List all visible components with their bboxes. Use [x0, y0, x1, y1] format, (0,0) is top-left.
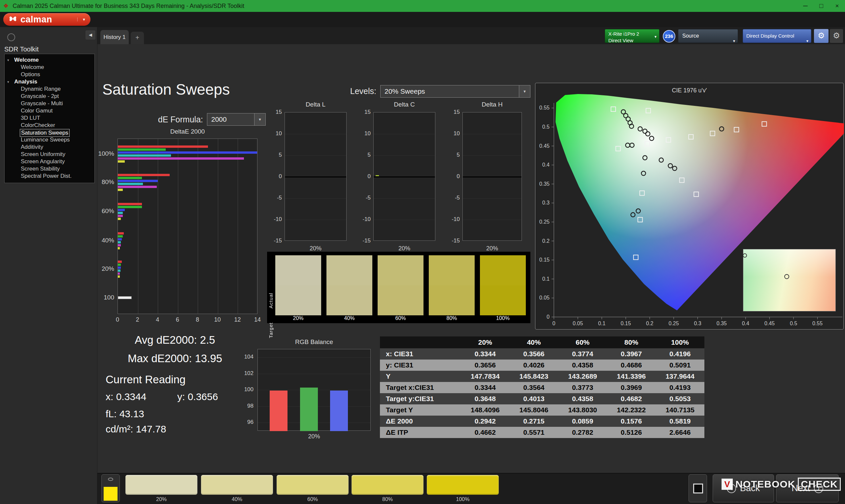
sidebar-item-analysis[interactable]: ▾Analysis [5, 78, 94, 86]
calman-menu-button[interactable]: calman ▼ [3, 13, 90, 26]
sweep-level-label: 80% [352, 496, 423, 503]
display-control-dropdown[interactable]: Direct Display Control ▼ [743, 29, 811, 43]
svg-text:0.4: 0.4 [742, 321, 749, 326]
deltae-group-label: 100 [85, 294, 114, 301]
sweep-level-label: 100% [427, 496, 499, 503]
row-label: y: CIE31 [380, 360, 461, 371]
deltae-x-tick: 8 [191, 316, 204, 323]
rgb-balance-xlabel: 20% [258, 433, 371, 440]
swatch-label: 60% [377, 315, 423, 322]
sidebar-item-3d-lut[interactable]: 3D LUT [5, 114, 94, 122]
minimize-button[interactable]: ─ [797, 0, 813, 12]
tree-label: Screen Angularity [20, 158, 66, 165]
delta-xlabel: 20% [284, 245, 347, 252]
bar-cyan [118, 155, 171, 157]
table-row-target-y: Target Y148.4096145.8046143.8030142.2322… [380, 404, 704, 416]
sidebar-item-screen-angularity[interactable]: Screen Angularity [5, 158, 94, 165]
rgb-y-tick: 96 [232, 418, 253, 426]
sidebar-item-grayscale-2pt[interactable]: Grayscale - 2pt [5, 93, 94, 100]
sidebar-item-grayscale-multi[interactable]: Grayscale - Multi [5, 100, 94, 107]
current-reading-y: y: 0.3656 [177, 391, 218, 402]
gridline [285, 155, 346, 156]
brand-menu-arrow-icon[interactable]: ▼ [77, 17, 86, 21]
app-settings-button[interactable]: ⚙ [830, 29, 843, 43]
svg-text:0.05: 0.05 [573, 321, 583, 326]
table-cell: 0.3566 [510, 348, 559, 360]
de-formula-label: dE Formula: [150, 115, 203, 124]
sweep-level-button-100[interactable] [427, 475, 499, 495]
row-label: Target y:CIE31 [380, 393, 461, 404]
tree-expand-icon[interactable]: ▾ [7, 78, 9, 86]
sidebar-item-welcome[interactable]: Welcome [5, 64, 94, 71]
display-settings-button[interactable]: ⚙ [814, 29, 828, 43]
bar-red [118, 232, 124, 235]
rgb-y-tick: 104 [232, 353, 253, 361]
sidebar-item-luminance-sweeps[interactable]: Luminance Sweeps [5, 136, 94, 143]
bar-yellow [118, 189, 123, 191]
measurement-table: 20%40%60%80%100%x: CIE310.33440.35660.37… [380, 337, 704, 438]
table-column-header: 80% [607, 337, 656, 348]
sweep-level-button-20[interactable] [125, 475, 197, 495]
bar-blue [118, 267, 121, 269]
sidebar-item-colorchecker[interactable]: ColorChecker [5, 122, 94, 129]
table-cell: 0.1576 [607, 416, 656, 427]
delta-chart-delta-l [284, 112, 347, 241]
tab-history-1[interactable]: History 1 [100, 30, 129, 44]
sidebar-collapse-button[interactable]: ◀ [86, 30, 95, 40]
row-label: x: CIE31 [380, 348, 461, 360]
svg-text:0.45: 0.45 [764, 321, 775, 326]
workflow-icon[interactable] [7, 33, 15, 41]
sidebar-item-screen-uniformity[interactable]: Screen Uniformity [5, 151, 94, 158]
meter-dropdown[interactable]: X-Rite i1Pro 2 Direct View ▼ [605, 29, 659, 43]
zero-data-line [285, 177, 346, 178]
swatch-target [429, 285, 475, 315]
de-formula-dropdown[interactable]: 2000 ▼ [207, 113, 266, 126]
swatch-target [327, 285, 372, 315]
rgb-y-tick: 98 [232, 402, 253, 410]
table-cell: 0.3773 [558, 382, 607, 393]
add-tab-button[interactable]: + [131, 32, 144, 44]
maximize-button[interactable]: □ [813, 0, 829, 12]
sidebar-item-color-gamut[interactable]: Color Gamut [5, 107, 94, 114]
table-cell: 0.3564 [510, 382, 559, 393]
tree-label: ColorChecker [20, 122, 56, 129]
source-dropdown[interactable]: Source ▼ [678, 29, 738, 43]
delta-y-tick: 10 [441, 130, 460, 137]
saturation-swatch-60 [377, 255, 423, 315]
bar-blue [118, 209, 125, 211]
sweep-level-button-80[interactable] [352, 475, 423, 495]
sidebar-item-options[interactable]: Options [5, 71, 94, 78]
delta-y-tick: -10 [352, 216, 371, 223]
bar-magenta [118, 215, 123, 217]
sidebar-item-additivity[interactable]: Additivity [5, 143, 94, 151]
sidebar-item-dynamic-range[interactable]: Dynamic Range [5, 86, 94, 93]
rgb-y-tick: 102 [232, 370, 253, 377]
delta-chart-title: Delta L [284, 101, 347, 108]
sweep-level-button-40[interactable] [201, 475, 273, 495]
rgb-y-tick: 100 [232, 386, 253, 393]
watermark-text: CHECK [798, 478, 841, 491]
pattern-window-button[interactable] [101, 474, 120, 502]
table-cell: 145.8046 [510, 404, 559, 416]
tree-expand-icon[interactable]: ▾ [7, 56, 9, 64]
stop-button[interactable] [689, 474, 707, 502]
swatch-label: 40% [327, 315, 372, 322]
sidebar-item-welcome[interactable]: ▾Welcome [5, 56, 94, 64]
sidebar-item-saturation-sweeps[interactable]: Saturation Sweeps [5, 129, 94, 136]
sidebar-item-screen-stability[interactable]: Screen Stability [5, 165, 94, 173]
sidebar-item-spectral-power-dist[interactable]: Spectral Power Dist. [5, 173, 94, 180]
sweep-level-button-60[interactable] [277, 475, 349, 495]
bar-blue [118, 180, 158, 182]
levels-dropdown[interactable]: 20% Sweeps ▼ [380, 85, 530, 97]
table-cell: 0.3344 [461, 382, 510, 393]
table-cell: 0.5126 [607, 427, 656, 438]
deltae-x-tick: 12 [231, 316, 244, 323]
close-button[interactable]: × [829, 0, 845, 12]
table-corner-cell [380, 337, 461, 348]
rgb-balance-title: RGB Balance [258, 338, 371, 346]
svg-text:0.35: 0.35 [539, 181, 550, 187]
table-cell: 145.8423 [510, 371, 559, 382]
deltae-x-tick: 6 [171, 316, 184, 323]
row-label: Target x:CIE31 [380, 382, 461, 393]
svg-text:0.5: 0.5 [790, 321, 797, 326]
